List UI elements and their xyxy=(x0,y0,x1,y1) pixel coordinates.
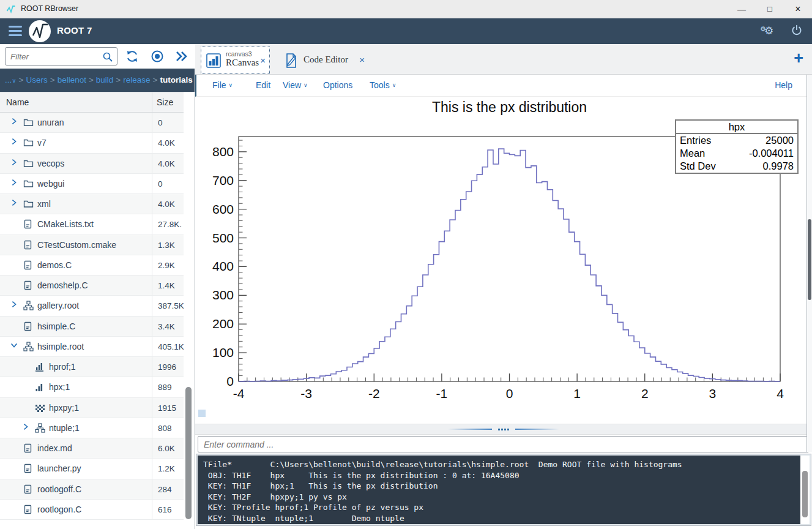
table-row[interactable]: CMakeLists.txt27.8K. xyxy=(0,214,184,234)
svg-text:700: 700 xyxy=(212,173,234,187)
column-header-size[interactable]: Size xyxy=(157,97,173,107)
close-button[interactable]: × xyxy=(784,0,812,18)
table-row[interactable]: v74.0K xyxy=(0,133,184,153)
tab-close-icon[interactable]: × xyxy=(359,54,365,65)
search-icon[interactable] xyxy=(102,51,113,62)
menu-hamburger-icon[interactable] xyxy=(9,26,22,37)
command-line[interactable] xyxy=(198,436,809,452)
double-chevron-right-icon[interactable] xyxy=(174,49,188,64)
svg-text:600: 600 xyxy=(212,202,234,216)
stats-value: 0.9978 xyxy=(763,160,794,172)
file-name: hsimple.C xyxy=(37,321,75,331)
splitter-gradient-right xyxy=(515,429,559,430)
table-row[interactable]: vecops4.0K xyxy=(0,154,184,174)
canvas-menu-bar: Help File∨EditView∨OptionsTools∨ xyxy=(195,75,812,97)
doc-icon xyxy=(23,219,34,229)
chevron-right-icon[interactable] xyxy=(10,178,18,189)
maximize-button[interactable]: □ xyxy=(756,0,784,18)
tree-icon xyxy=(23,301,34,310)
table-row[interactable]: rootlogon.C616 xyxy=(0,500,184,520)
command-input[interactable] xyxy=(204,438,797,450)
chevron-down-icon: ∨ xyxy=(390,82,397,88)
menu-item-view[interactable]: View∨ xyxy=(283,80,308,90)
table-row[interactable]: index.md6.0K xyxy=(0,438,184,459)
tab-code-editor[interactable]: Code Editor × xyxy=(278,47,370,74)
table-row[interactable]: demos.C2.9K xyxy=(0,255,184,276)
tab-subtitle: rcanvas3 xyxy=(226,50,252,58)
breadcrumb-collapsed[interactable]: ... xyxy=(5,75,12,84)
chevron-right-icon[interactable] xyxy=(10,198,18,209)
table-row[interactable]: hsimple.C3.4K xyxy=(0,317,184,337)
console-line: KEY: TProfile hprof;1 Profile of pz vers… xyxy=(203,502,796,513)
svg-text:800: 800 xyxy=(212,144,234,159)
table-row[interactable]: hpxpy;11915 xyxy=(0,398,184,418)
menu-item-edit[interactable]: Edit xyxy=(256,80,270,90)
file-name: hsimple.root xyxy=(37,342,84,351)
folder-icon xyxy=(23,179,34,189)
file-name: hprof;1 xyxy=(49,362,76,372)
chevron-right-icon[interactable] xyxy=(21,422,30,433)
file-size: 0 xyxy=(152,174,184,193)
table-row[interactable]: xml4.0K xyxy=(0,194,184,214)
column-header-name[interactable]: Name xyxy=(6,97,29,107)
table-row[interactable]: launcher.py1.2K xyxy=(0,459,184,479)
table-row[interactable]: rootlogoff.C284 xyxy=(0,479,184,500)
svg-text:400: 400 xyxy=(212,259,234,273)
tab-close-icon[interactable]: × xyxy=(260,55,266,66)
folder-icon xyxy=(23,199,34,209)
table-row[interactable]: hpx;1889 xyxy=(0,377,184,397)
breadcrumb-link[interactable]: build xyxy=(96,75,114,84)
table-row[interactable]: webgui0 xyxy=(0,174,184,194)
doc-icon xyxy=(23,321,34,331)
table-row[interactable]: CTestCustom.cmake1.3K xyxy=(0,235,184,255)
file-name: unuran xyxy=(37,118,64,127)
stats-box[interactable]: hpx Entries 25000 Mean -0.004011 Std Dev… xyxy=(675,119,799,174)
chevron-right-icon[interactable] xyxy=(10,137,18,148)
file-name: rootlogon.C xyxy=(37,505,81,514)
menu-item-help[interactable]: Help xyxy=(775,80,792,90)
chevron-down-icon[interactable] xyxy=(10,341,18,352)
horizontal-splitter[interactable] xyxy=(195,424,812,435)
console-scrollbar-thumb[interactable] xyxy=(802,471,808,517)
file-size: 0 xyxy=(152,113,184,132)
settings-gears-icon[interactable]: ⚙⚙ xyxy=(764,24,780,39)
root-app-icon xyxy=(6,4,16,14)
filter-toolbar xyxy=(0,44,195,69)
chevron-right-icon[interactable] xyxy=(10,300,18,311)
file-name: CMakeLists.txt xyxy=(37,219,94,229)
console-line: KEY: TH1F hpx;1 This is the px distribut… xyxy=(203,481,796,492)
menu-item-tools[interactable]: Tools∨ xyxy=(370,80,396,90)
tab-rcanvas[interactable]: rcanvas3 RCanvas × xyxy=(201,47,270,74)
menu-item-file[interactable]: File∨ xyxy=(212,80,233,90)
table-row[interactable]: hprof;11996 xyxy=(0,357,184,377)
table-row[interactable]: unuran0 xyxy=(0,113,184,133)
chevron-right-icon[interactable] xyxy=(10,117,18,128)
table-row[interactable]: ntuple;1808 xyxy=(0,418,184,438)
chevron-right-icon[interactable] xyxy=(10,158,18,169)
table-row[interactable]: hsimple.root405.1K xyxy=(0,337,184,357)
table-row[interactable]: demoshelp.C1.4K xyxy=(0,276,184,296)
breadcrumb-link[interactable]: release xyxy=(123,75,150,84)
record-target-icon[interactable] xyxy=(150,49,165,64)
power-icon[interactable] xyxy=(790,24,803,37)
main-scrollbar-thumb[interactable] xyxy=(808,219,811,300)
menu-item-options[interactable]: Options xyxy=(323,80,352,90)
file-name: webgui xyxy=(37,179,64,189)
filter-field[interactable] xyxy=(5,47,117,66)
breadcrumb-link[interactable]: Users xyxy=(26,75,47,84)
rcanvas-area[interactable]: This is the px distribution 010020030040… xyxy=(196,97,812,409)
chevron-down-icon[interactable]: ∨ xyxy=(12,77,16,84)
minimize-button[interactable]: — xyxy=(728,0,756,18)
console-output[interactable]: TFile* C:\Users\bellenot\build\release\t… xyxy=(196,454,811,525)
svg-text:500: 500 xyxy=(212,231,234,245)
filter-input[interactable] xyxy=(10,50,96,62)
refresh-icon[interactable] xyxy=(125,49,140,64)
resize-handle[interactable] xyxy=(198,410,206,417)
breadcrumb-separator: > xyxy=(17,75,26,84)
breadcrumb-link[interactable]: bellenot xyxy=(58,75,86,84)
add-tab-button[interactable]: + xyxy=(794,49,803,67)
file-size: 4.0K xyxy=(152,133,184,152)
svg-text:4: 4 xyxy=(777,386,784,400)
table-row[interactable]: gallery.root387.5K xyxy=(0,296,184,316)
sidebar-scrollbar-thumb[interactable] xyxy=(185,387,192,519)
